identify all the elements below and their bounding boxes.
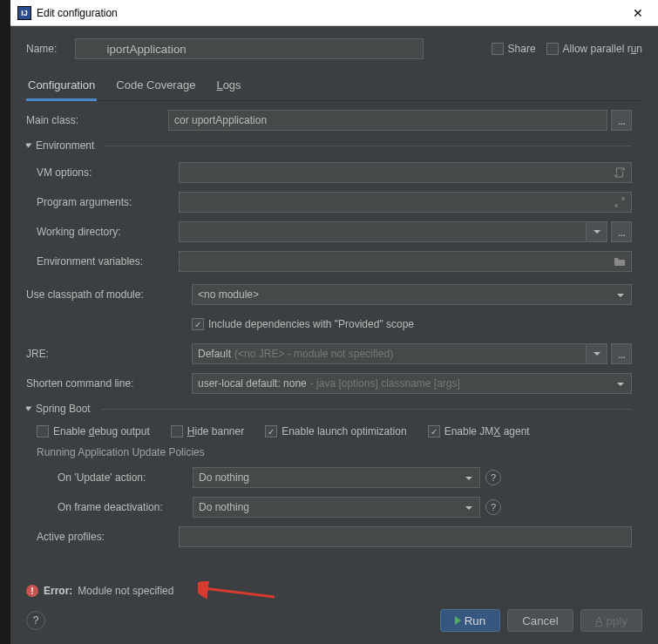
jre-dropdown[interactable] bbox=[587, 343, 607, 364]
parallel-label: Allow parallel run bbox=[563, 43, 642, 55]
vm-options-label: VM options: bbox=[37, 166, 179, 179]
include-provided-checkbox[interactable]: ✓ Include dependencies with "Provided" s… bbox=[192, 318, 414, 330]
program-arguments-label: Program arguments: bbox=[37, 196, 179, 208]
dialog-footer: ? Run Cancel Apply bbox=[10, 604, 658, 644]
env-variables-label: Environment variables: bbox=[37, 255, 179, 268]
main-class-browse-button[interactable]: ... bbox=[611, 110, 632, 131]
spring-boot-section: Enable debug output Hide banner ✓Enable … bbox=[26, 425, 632, 547]
classpath-label: Use classpath of module: bbox=[26, 288, 192, 301]
on-frame-select[interactable]: Do nothing bbox=[193, 497, 480, 518]
shorten-select[interactable]: user-local default: none - java [options… bbox=[192, 373, 632, 394]
main-class-input[interactable]: cor uportApplication bbox=[168, 110, 607, 131]
working-directory-dropdown[interactable] bbox=[587, 221, 607, 242]
on-update-label: On 'Update' action: bbox=[58, 471, 193, 484]
hide-banner-checkbox[interactable]: Hide banner bbox=[171, 425, 244, 437]
enable-debug-checkbox[interactable]: Enable debug output bbox=[37, 425, 150, 437]
environment-section-header[interactable]: Environment bbox=[26, 139, 632, 152]
cancel-button[interactable]: Cancel bbox=[507, 609, 573, 632]
jre-input[interactable]: Default (<no JRE> - module not specified… bbox=[192, 343, 587, 364]
share-label: Share bbox=[508, 43, 536, 55]
help-button[interactable]: ? bbox=[26, 611, 45, 630]
on-frame-label: On frame deactivation: bbox=[58, 501, 193, 513]
name-label: Name: bbox=[26, 43, 68, 55]
app-icon: IJ bbox=[17, 6, 31, 20]
jre-browse-button[interactable]: ... bbox=[611, 343, 632, 364]
name-input[interactable] bbox=[75, 38, 424, 59]
spring-boot-section-header[interactable]: Spring Boot bbox=[26, 403, 632, 415]
active-profiles-input[interactable] bbox=[179, 526, 632, 547]
checkbox-icon bbox=[492, 43, 504, 55]
environment-section: VM options: Program arguments: Working d… bbox=[26, 162, 632, 272]
classpath-select[interactable]: <no module> bbox=[192, 284, 632, 305]
error-bar: ! Error: Module not specified bbox=[10, 578, 658, 604]
on-update-select[interactable]: Do nothing bbox=[193, 467, 480, 488]
edit-configuration-dialog: IJ Edit configuration ✕ Name: Share Allo… bbox=[10, 0, 658, 644]
checkbox-icon bbox=[546, 43, 559, 55]
name-row: Name: Share Allow parallel run bbox=[26, 38, 642, 59]
active-profiles-label: Active profiles: bbox=[37, 531, 179, 543]
help-icon[interactable]: ? bbox=[485, 499, 501, 515]
folder-icon[interactable] bbox=[614, 255, 626, 268]
expand-icon[interactable] bbox=[614, 166, 626, 179]
jre-label: JRE: bbox=[26, 348, 192, 360]
apply-button[interactable]: Apply bbox=[580, 609, 642, 632]
main-class-label: Main class: bbox=[26, 114, 168, 126]
tab-code-coverage[interactable]: Code Coverage bbox=[114, 73, 197, 100]
launch-optimization-checkbox[interactable]: ✓Enable launch optimization bbox=[265, 425, 406, 437]
program-arguments-input[interactable] bbox=[179, 192, 632, 213]
tabs: Configuration Code Coverage Logs bbox=[26, 73, 642, 101]
tab-configuration[interactable]: Configuration bbox=[26, 73, 97, 101]
checkbox-icon: ✓ bbox=[192, 318, 204, 330]
configuration-form: Main class: cor uportApplication ... Env… bbox=[26, 110, 642, 578]
update-policies-label: Running Application Update Policies bbox=[37, 446, 632, 458]
error-prefix: Error: bbox=[44, 585, 72, 597]
allow-parallel-checkbox[interactable]: Allow parallel run bbox=[546, 43, 642, 55]
dialog-content: Name: Share Allow parallel run Configura… bbox=[10, 26, 658, 578]
working-directory-label: Working directory: bbox=[37, 226, 179, 238]
close-icon[interactable]: ✕ bbox=[625, 6, 651, 20]
top-checkbox-group: Share Allow parallel run bbox=[492, 43, 642, 55]
error-message: Module not specified bbox=[78, 585, 173, 597]
working-directory-browse-button[interactable]: ... bbox=[611, 221, 632, 242]
error-icon: ! bbox=[26, 585, 38, 597]
dialog-title: Edit configuration bbox=[37, 7, 625, 19]
env-variables-input[interactable] bbox=[179, 251, 632, 272]
main-class-row: Main class: cor uportApplication ... bbox=[26, 110, 632, 131]
shorten-label: Shorten command line: bbox=[26, 377, 192, 390]
svg-line-0 bbox=[203, 588, 275, 597]
share-checkbox[interactable]: Share bbox=[492, 43, 536, 55]
vm-options-input[interactable] bbox=[179, 162, 632, 183]
expand-icon[interactable] bbox=[614, 196, 626, 208]
annotation-arrow bbox=[198, 581, 276, 602]
tab-logs[interactable]: Logs bbox=[214, 73, 242, 100]
help-icon[interactable]: ? bbox=[485, 470, 501, 485]
jmx-agent-checkbox[interactable]: ✓Enable JMX agent bbox=[428, 425, 530, 437]
working-directory-input[interactable] bbox=[179, 221, 587, 242]
titlebar: IJ Edit configuration ✕ bbox=[10, 0, 658, 26]
run-button[interactable]: Run bbox=[440, 609, 500, 632]
